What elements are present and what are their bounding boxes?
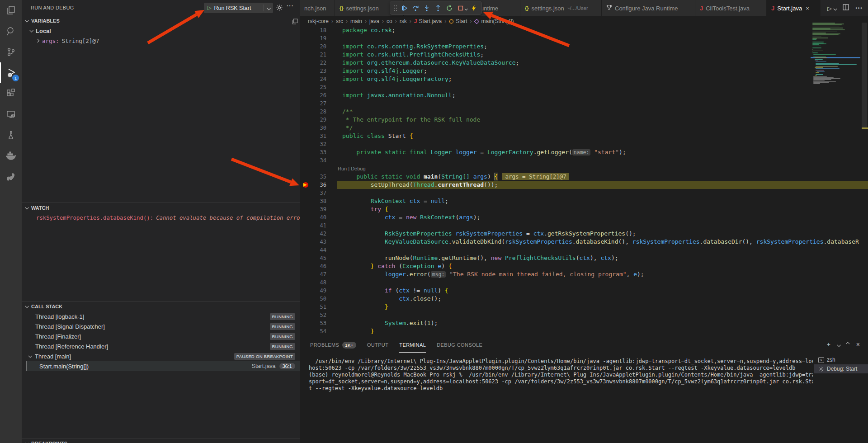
line-number[interactable]: 35 <box>300 173 326 181</box>
search-icon[interactable] <box>0 21 22 42</box>
breakpoints-header[interactable]: BREAKPOINTS <box>22 438 300 443</box>
line-number[interactable]: 27 <box>300 99 326 108</box>
tab-configure-java-runtime[interactable]: Configure Java Runtime <box>602 0 695 16</box>
panel-tab-problems[interactable]: PROBLEMS1K+ <box>310 337 356 353</box>
line-number[interactable]: 40 <box>300 213 326 222</box>
line-number[interactable]: 43 <box>300 238 326 246</box>
run-or-debug-button[interactable]: ▷ <box>827 5 836 12</box>
editor-more-actions-icon[interactable]: ··· <box>855 4 863 12</box>
line-number[interactable]: 18 <box>300 26 326 34</box>
debug-stop-icon[interactable] <box>455 2 466 14</box>
call-stack-thread-row[interactable]: Thread [main]PAUSED ON BREAKPOINT <box>22 351 300 361</box>
scrollbar-thumb[interactable] <box>862 23 867 129</box>
tab-nch-json[interactable]: nch.json <box>300 0 335 16</box>
line-number[interactable]: 53 <box>300 319 326 327</box>
line-number[interactable]: 33 <box>300 148 326 156</box>
line-number[interactable]: 48 <box>300 278 326 287</box>
minimap[interactable] <box>811 23 860 95</box>
debug-step-into-icon[interactable] <box>421 2 432 14</box>
call-stack-thread-row[interactable]: Thread [logback-1]RUNNING <box>22 311 300 321</box>
line-number[interactable]: 26 <box>300 91 326 99</box>
panel-tab-debug-console[interactable]: DEBUG CONSOLE <box>437 337 482 353</box>
views-more-actions-icon[interactable]: ··· <box>287 2 294 9</box>
variables-header[interactable]: VARIABLES <box>22 16 300 26</box>
extensions-icon[interactable] <box>0 83 22 104</box>
line-number[interactable]: 54 <box>300 327 326 335</box>
run-and-debug-icon[interactable]: 1 <box>0 62 22 83</box>
close-icon[interactable]: × <box>806 5 809 12</box>
line-number[interactable]: 32 <box>300 140 326 148</box>
code-editor[interactable]: 18package co.rsk;1920import co.rsk.confi… <box>300 26 868 337</box>
line-number[interactable]: 42 <box>300 230 326 238</box>
open-changes-icon[interactable] <box>292 18 298 26</box>
terminal-instance-zsh[interactable]: >zsh <box>814 355 868 364</box>
line-number[interactable]: 29 <box>300 116 326 124</box>
line-number[interactable]: 22 <box>300 59 326 67</box>
remote-explorer-icon[interactable] <box>0 104 22 125</box>
line-number[interactable]: 46 <box>300 262 326 270</box>
overview-ruler[interactable] <box>862 20 868 337</box>
codelens-run-debug[interactable]: Run | Debug <box>300 165 868 173</box>
panel-tab-output[interactable]: OUTPUT <box>367 337 389 353</box>
breadcrumb-item[interactable]: rsk <box>400 18 407 24</box>
line-number[interactable]: 39 <box>300 205 326 213</box>
line-number[interactable]: 45 <box>300 254 326 262</box>
variable-args[interactable]: args: String[2]@7 <box>22 36 300 46</box>
terminal-instance-debug-start[interactable]: Debug: Start <box>814 364 868 373</box>
line-number[interactable]: 31 <box>300 132 326 140</box>
terminal-dropdown-chevron-icon[interactable] <box>837 341 840 348</box>
line-number[interactable]: 23 <box>300 67 326 75</box>
terminal-output[interactable]: /usr/bin/env /Library/Internet\ Plug-Ins… <box>309 358 813 392</box>
line-number[interactable]: 19 <box>300 34 326 42</box>
debug-restart-icon[interactable] <box>443 2 455 14</box>
debug-continue-icon[interactable] <box>398 2 410 14</box>
run-dropdown-chevron-icon[interactable] <box>264 5 273 11</box>
line-number[interactable]: 50 <box>300 295 326 303</box>
source-control-icon[interactable] <box>0 42 22 62</box>
breadcrumb-item[interactable]: Start <box>449 18 467 24</box>
line-number[interactable]: 44 <box>300 246 326 254</box>
gradle-icon[interactable] <box>0 166 22 187</box>
line-number[interactable]: 24 <box>300 75 326 83</box>
line-number[interactable]: 49 <box>300 287 326 295</box>
line-number[interactable]: 20 <box>300 42 326 51</box>
line-number[interactable]: 52 <box>300 311 326 319</box>
watch-expression[interactable]: rskSystemProperties.databaseKind(): Cann… <box>22 213 300 223</box>
line-number[interactable]: 38 <box>300 197 326 205</box>
breadcrumb-item[interactable]: java <box>369 18 379 24</box>
call-stack-header[interactable]: CALL STACK <box>22 302 300 311</box>
call-stack-thread-row[interactable]: Thread [Finalizer]RUNNING <box>22 331 300 341</box>
tab-settings-json[interactable]: {}settings.json~/.../User <box>520 0 602 16</box>
new-terminal-icon[interactable]: + <box>827 341 830 348</box>
line-number[interactable]: 41 <box>300 222 326 230</box>
line-number[interactable]: 30 <box>300 124 326 132</box>
line-number[interactable]: 34 <box>300 156 326 165</box>
breadcrumb-item[interactable]: co <box>387 18 392 24</box>
line-number[interactable]: 25 <box>300 83 326 91</box>
toolbar-drag-handle[interactable] <box>392 2 398 14</box>
breadcrumb-item[interactable]: src <box>336 18 343 24</box>
line-number[interactable]: 37 <box>300 189 326 197</box>
breadcrumb-item[interactable]: main(String[]) <box>474 18 514 24</box>
debug-step-out-icon[interactable] <box>432 2 443 14</box>
call-stack-thread-row[interactable]: Thread [Reference Handler]RUNNING <box>22 341 300 351</box>
testing-icon[interactable] <box>0 125 22 146</box>
line-number[interactable]: 51 <box>300 303 326 311</box>
hot-code-replace-icon[interactable] <box>468 2 479 14</box>
explorer-icon[interactable] <box>0 0 22 21</box>
tab-clitoolstest-java[interactable]: JCliToolsTest.java <box>695 0 767 16</box>
line-number[interactable]: 21 <box>300 51 326 59</box>
line-number[interactable]: 47 <box>300 270 326 278</box>
tab-start-java[interactable]: JStart.java× <box>767 0 821 16</box>
stack-frame-row[interactable]: Start.main(String[]) Start.java 36:1 <box>26 361 300 371</box>
debug-step-over-icon[interactable] <box>410 2 421 14</box>
breadcrumb-item[interactable]: rskj-core <box>308 18 329 24</box>
debug-settings-gear-icon[interactable] <box>276 4 283 13</box>
docker-icon[interactable] <box>0 146 22 166</box>
breadcrumb-item[interactable]: JStart.java <box>414 18 442 24</box>
maximize-panel-icon[interactable] <box>847 341 849 348</box>
run-configuration-dropdown[interactable]: ▷ Run RSK Start <box>204 3 273 13</box>
panel-tab-terminal[interactable]: TERMINAL <box>399 337 426 353</box>
watch-header[interactable]: WATCH <box>22 203 300 213</box>
split-editor-icon[interactable] <box>843 4 849 12</box>
